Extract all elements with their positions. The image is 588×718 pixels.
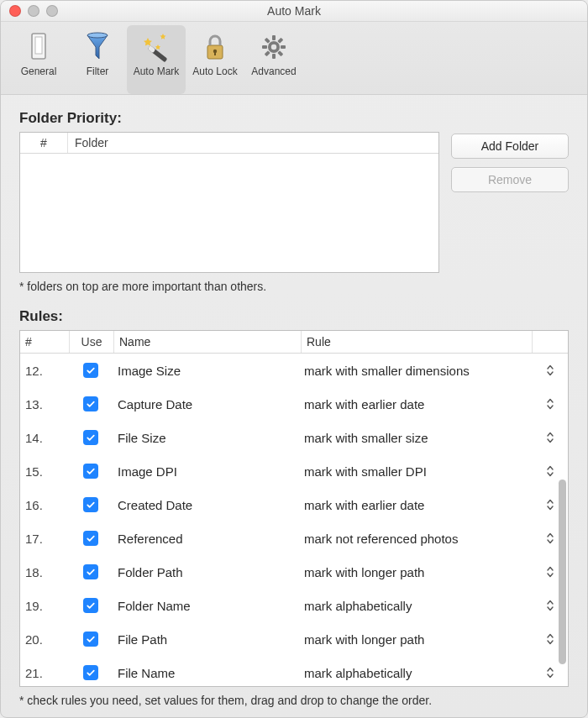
preferences-toolbar: General Filter <box>1 22 587 95</box>
rule-name: File Path <box>113 632 299 647</box>
rule-use-cell <box>69 363 113 378</box>
rule-checkbox[interactable] <box>83 396 98 411</box>
rule-number: 19. <box>20 599 69 613</box>
zoom-window-button[interactable] <box>46 5 58 17</box>
rule-value[interactable]: mark with longer path <box>299 632 533 647</box>
svg-point-2 <box>87 33 108 38</box>
rules-row[interactable]: 14.File Sizemark with smaller size <box>20 421 568 454</box>
preferences-window: Auto Mark General <box>0 0 588 718</box>
folder-col-number[interactable]: # <box>20 133 68 153</box>
rules-row[interactable]: 20.File Pathmark with longer path <box>20 622 568 656</box>
window-title: Auto Mark <box>267 4 321 18</box>
titlebar: Auto Mark <box>1 1 587 22</box>
rule-use-cell <box>69 564 113 579</box>
rules-row[interactable]: 21.File Namemark alphabetically <box>20 656 568 686</box>
rule-checkbox[interactable] <box>83 598 98 613</box>
toolbar-item-general[interactable]: General <box>9 25 68 94</box>
add-folder-button[interactable]: Add Folder <box>451 134 569 159</box>
magic-wand-icon <box>141 30 171 64</box>
rules-title: Rules: <box>19 308 569 325</box>
rule-name: Image DPI <box>113 464 299 479</box>
scrollbar-thumb[interactable] <box>559 480 566 664</box>
rule-value[interactable]: mark not referenced photos <box>299 532 533 546</box>
rule-checkbox[interactable] <box>83 464 98 479</box>
rule-number: 20. <box>20 632 69 647</box>
rules-row[interactable]: 15.Image DPImark with smaller DPI <box>20 454 568 488</box>
rule-number: 18. <box>20 565 69 579</box>
rules-row[interactable]: 13.Capture Datemark with earlier date <box>20 387 568 421</box>
svg-rect-9 <box>272 35 276 40</box>
rule-name: Image Size <box>113 364 299 378</box>
rules-col-stepper <box>533 331 568 353</box>
rule-number: 14. <box>20 431 69 445</box>
toolbar-label: Filter <box>87 66 109 77</box>
rules-row[interactable]: 12.Image Sizemark with smaller dimension… <box>20 354 568 387</box>
rule-value[interactable]: mark with smaller DPI <box>299 464 533 479</box>
rules-col-rule[interactable]: Rule <box>302 331 533 353</box>
toolbar-label: General <box>21 66 57 77</box>
remove-folder-button: Remove <box>451 167 569 192</box>
rules-col-number[interactable]: # <box>20 331 70 353</box>
rule-use-cell <box>69 430 113 445</box>
minimize-window-button[interactable] <box>28 5 39 17</box>
rule-name: Capture Date <box>113 397 299 411</box>
rule-name: File Size <box>113 431 299 445</box>
rules-table: # Use Name Rule 12.Image Sizemark with s… <box>19 330 569 687</box>
rule-use-cell <box>69 598 113 613</box>
rule-value[interactable]: mark with smaller dimensions <box>299 364 533 378</box>
rule-number: 21. <box>20 666 69 680</box>
rules-header: # Use Name Rule <box>20 331 568 354</box>
window-controls <box>9 5 58 17</box>
toolbar-item-filter[interactable]: Filter <box>68 25 127 94</box>
rule-value[interactable]: mark alphabetically <box>299 666 533 680</box>
rules-row[interactable]: 18.Folder Pathmark with longer path <box>20 555 568 589</box>
content-area: Folder Priority: # Folder Add Folder Rem… <box>1 95 587 717</box>
svg-rect-7 <box>214 51 216 55</box>
rules-body[interactable]: 12.Image Sizemark with smaller dimension… <box>20 354 568 686</box>
rule-use-cell <box>69 531 113 546</box>
rule-checkbox[interactable] <box>83 665 98 680</box>
toolbar-label: Auto Mark <box>134 66 180 77</box>
rules-col-name[interactable]: Name <box>114 331 302 353</box>
toolbar-item-auto-mark[interactable]: Auto Mark <box>127 25 186 94</box>
rules-row[interactable]: 19.Folder Namemark alphabetically <box>20 589 568 622</box>
rule-checkbox[interactable] <box>83 363 98 378</box>
rule-name: Created Date <box>113 498 299 512</box>
rule-checkbox[interactable] <box>83 632 98 647</box>
rule-name: Referenced <box>113 532 299 546</box>
rule-value[interactable]: mark with longer path <box>299 565 533 579</box>
folder-hint: * folders on top are more important than… <box>19 280 569 293</box>
rule-use-cell <box>69 464 113 479</box>
rule-value[interactable]: mark with smaller size <box>299 431 533 445</box>
rules-row[interactable]: 16.Created Datemark with earlier date <box>20 488 568 521</box>
rule-checkbox[interactable] <box>83 497 98 512</box>
folder-priority-table[interactable]: # Folder <box>19 132 439 273</box>
rule-value[interactable]: mark alphabetically <box>299 599 533 613</box>
folder-col-folder[interactable]: Folder <box>68 133 438 153</box>
rule-checkbox[interactable] <box>83 430 98 445</box>
toolbar-item-auto-lock[interactable]: Auto Lock <box>186 25 244 94</box>
lock-icon <box>200 30 230 64</box>
rule-checkbox[interactable] <box>83 531 98 546</box>
folder-table-header: # Folder <box>20 133 438 154</box>
toolbar-item-advanced[interactable]: Advanced <box>244 25 303 94</box>
svg-point-10 <box>271 45 276 50</box>
rule-name: File Name <box>113 666 299 680</box>
rules-row[interactable]: 17.Referencedmark not referenced photos <box>20 521 568 555</box>
rules-hint: * check rules you need, set values for t… <box>19 694 569 707</box>
rules-col-use[interactable]: Use <box>70 331 114 353</box>
rule-name: Folder Path <box>113 565 299 579</box>
rule-number: 12. <box>20 364 69 378</box>
toolbar-label: Advanced <box>251 66 296 77</box>
close-window-button[interactable] <box>9 5 21 17</box>
rule-name: Folder Name <box>113 599 299 613</box>
rule-number: 13. <box>20 397 69 411</box>
rule-value[interactable]: mark with earlier date <box>299 397 533 411</box>
rule-number: 17. <box>20 532 69 546</box>
rule-use-cell <box>69 632 113 647</box>
gear-icon <box>259 30 289 64</box>
rule-value[interactable]: mark with earlier date <box>299 498 533 512</box>
rule-checkbox[interactable] <box>83 564 98 579</box>
folder-priority-title: Folder Priority: <box>19 110 569 127</box>
scrollbar-track[interactable] <box>556 354 568 686</box>
